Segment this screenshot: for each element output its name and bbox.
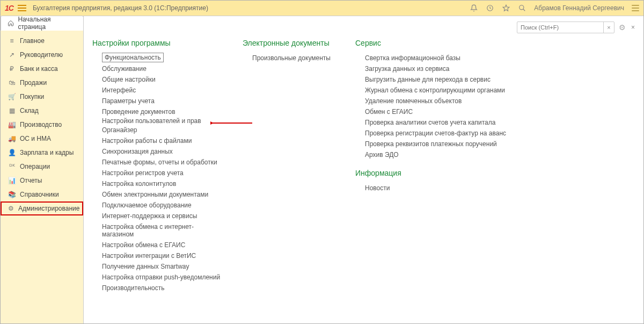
link-accounting-params[interactable]: Параметры учета [92,96,221,106]
link-files[interactable]: Настройки работы с файлами [92,135,221,146]
link-load-from-service[interactable]: Загрузка данных из сервиса [355,63,511,74]
link-push[interactable]: Настройка отправки push-уведомлений [92,272,221,283]
link-internet-support[interactable]: Интернет-поддержка и сервисы [92,211,221,221]
link-arbitrary-docs[interactable]: Произвольные документы [243,53,334,63]
sidebar-items: ≡Главное ↗Руководителю ₽Банк и касса 🛍Пр… [1,31,83,215]
books-icon: 📚 [8,191,16,198]
topbar-right: Абрамов Геннадий Сергеевич [470,4,639,12]
link-sync[interactable]: Синхронизация данных [92,146,221,157]
link-vetis[interactable]: Настройки интеграции с ВетИС [92,250,221,261]
menu-icon[interactable] [18,5,26,11]
bag-icon: 🛍 [8,79,16,87]
window-title: Бухгалтерия предприятия, редакция 3.0 (1… [33,4,466,12]
star-icon[interactable] [502,4,510,12]
home-icon [6,19,14,27]
sidebar-item-refs[interactable]: 📚Справочники [1,188,83,201]
tab-home[interactable]: Начальная страница [1,16,84,31]
sidebar-item-main[interactable]: ≡Главное [1,34,83,48]
sidebar-item-label: Склад [20,107,39,114]
col-service-title: Сервис [355,39,511,47]
sidebar-item-hr[interactable]: 👤Зарплата и кадры [1,146,83,160]
sidebar-item-buy[interactable]: 🛒Покупки [1,90,83,104]
sidebar-item-label: Отчеты [20,177,42,184]
link-smartway[interactable]: Получение данных Smartway [92,261,221,272]
sidebar-item-reports[interactable]: 📊Отчеты [1,174,83,188]
sidebar-item-label: Покупки [20,93,44,100]
link-edo-archive[interactable]: Архив ЭДО [355,149,511,160]
link-performance[interactable]: Производительность [92,283,221,293]
sidebar-item-stock[interactable]: ▦Склад [1,104,83,118]
col-settings-title: Настройки программы [92,39,221,47]
sidebar-item-label: Продажи [20,79,47,87]
sidebar-item-label: Производство [20,121,62,128]
sidebar-item-bank[interactable]: ₽Банк и касса [1,62,83,76]
svg-marker-1 [503,5,509,11]
sidebar-item-admin[interactable]: ⚙Администрирование [1,201,83,215]
sidebar-item-label: Главное [20,37,45,45]
link-maintenance[interactable]: Обслуживание [92,63,221,74]
sidebar-item-label: Администрирование [18,205,79,212]
chart-up-icon: ↗ [8,51,16,59]
link-check-capital[interactable]: Проверка аналитики счетов учета капитала [355,117,511,128]
sidebar-item-ops[interactable]: ᴰᴷОперации [1,160,83,174]
bell-icon[interactable] [470,4,478,12]
link-general-settings[interactable]: Общие настройки [92,74,221,85]
sidebar: Начальная страница ≡Главное ↗Руководител… [1,16,83,323]
link-organizer[interactable]: Органайзер [92,125,221,135]
list-icon: ≡ [8,37,16,45]
columns: Настройки программы Функциональность Обс… [92,39,635,293]
sidebar-item-label: ОС и НМА [20,135,51,142]
panel-settings-icon[interactable]: ⚙ [619,23,626,32]
link-egais-exchange[interactable]: Настройки обмена с ЕГАИС [92,240,221,250]
col-edocs: Электронные документы Произвольные докум… [243,39,334,293]
truck-icon: 🚚 [8,135,16,142]
col-service: Сервис Свертка информационной базы Загру… [355,39,511,293]
search-input[interactable] [517,24,603,31]
body: Начальная страница ≡Главное ↗Руководител… [1,16,643,323]
svg-line-3 [523,9,525,11]
col-info-title: Информация [355,169,511,177]
svg-point-2 [519,5,524,10]
link-delete-marked[interactable]: Удаление помеченных объектов [355,96,511,106]
sidebar-item-production[interactable]: 🏭Производство [1,118,83,132]
sidebar-item-sales[interactable]: 🛍Продажи [1,76,83,90]
logo-1c: 1С [5,4,13,12]
search-row: × ⚙ × [517,21,635,33]
link-users-rights[interactable]: Настройки пользователей и прав [92,116,201,126]
cart-icon: 🛒 [8,93,16,100]
grid-icon: ▦ [8,107,16,114]
link-interface[interactable]: Интерфейс [92,85,221,96]
link-print-forms[interactable]: Печатные формы, отчеты и обработки [92,157,221,168]
arrow-annotation-icon [210,119,253,127]
close-panel-icon[interactable]: × [631,24,635,31]
sidebar-item-manager[interactable]: ↗Руководителю [1,48,83,62]
search-icon[interactable] [518,4,526,12]
link-eshop-exchange[interactable]: Настройка обмена с интернет-магазином [92,221,221,240]
col-edocs-title: Электронные документы [243,39,334,47]
arrow-wrap: Настройки пользователей и прав [92,117,221,125]
app-window: 1С Бухгалтерия предприятия, редакция 3.0… [0,0,644,324]
link-equipment[interactable]: Подключаемое оборудование [92,200,221,211]
searchbox[interactable]: × [517,21,614,33]
link-news[interactable]: Новости [355,183,511,193]
link-export-to-service[interactable]: Выгрузить данные для перехода в сервис [355,74,511,85]
link-check-invoices[interactable]: Проверка регистрации счетов-фактур на ав… [355,128,511,139]
link-exchange-journal[interactable]: Журнал обмена с контролирующими органами [355,85,511,96]
link-infobase-wrap[interactable]: Свертка информационной базы [355,53,511,63]
link-registers[interactable]: Настройки регистров учета [92,168,221,178]
username[interactable]: Абрамов Геннадий Сергеевич [534,4,624,12]
sidebar-item-assets[interactable]: 🚚ОС и НМА [1,132,83,146]
factory-icon: 🏭 [8,121,16,128]
link-headers[interactable]: Настройка колонтитулов [92,178,221,189]
more-icon[interactable] [632,5,639,11]
history-icon[interactable] [486,4,494,12]
clear-search-icon[interactable]: × [603,22,614,33]
link-check-payment[interactable]: Проверка реквизитов платежных поручений [355,139,511,149]
gear-icon: ⚙ [8,205,14,212]
link-edoc-exchange[interactable]: Обмен электронными документами [92,189,221,200]
topbar: 1С Бухгалтерия предприятия, редакция 3.0… [1,1,643,16]
link-egais-exch[interactable]: Обмен с ЕГАИС [355,106,511,117]
link-functionality[interactable]: Функциональность [102,53,164,62]
sidebar-item-label: Операции [20,163,50,170]
sidebar-item-label: Руководителю [20,51,63,59]
